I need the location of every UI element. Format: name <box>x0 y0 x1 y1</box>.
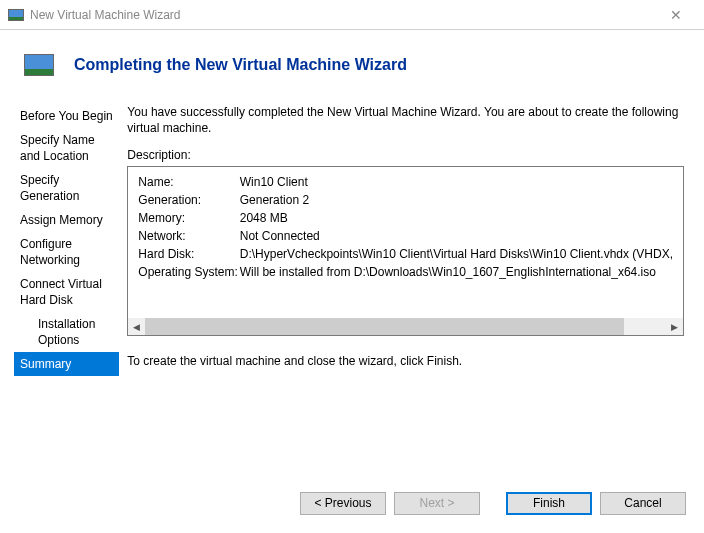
sidebar-item-summary[interactable]: Summary <box>14 352 119 376</box>
sidebar-item-specify-name[interactable]: Specify Name and Location <box>14 128 119 168</box>
summary-memory-label: Memory: <box>138 211 237 227</box>
summary-network-label: Network: <box>138 229 237 245</box>
title-bar: New Virtual Machine Wizard ✕ <box>0 0 704 30</box>
summary-os-label: Operating System: <box>138 265 237 281</box>
wizard-icon <box>24 54 54 76</box>
sidebar-item-assign-memory[interactable]: Assign Memory <box>14 208 119 232</box>
sidebar-item-connect-vhd[interactable]: Connect Virtual Hard Disk <box>14 272 119 312</box>
summary-harddisk-value: D:\HyperVcheckpoints\Win10 Client\Virtua… <box>240 247 673 263</box>
summary-name-label: Name: <box>138 175 237 191</box>
button-bar: < Previous Next > Finish Cancel <box>0 473 704 533</box>
wizard-header: Completing the New Virtual Machine Wizar… <box>0 30 704 100</box>
summary-row-network: Network: Not Connected <box>138 229 673 245</box>
summary-row-memory: Memory: 2048 MB <box>138 211 673 227</box>
wizard-main: You have successfully completed the New … <box>119 100 704 460</box>
summary-harddisk-label: Hard Disk: <box>138 247 237 263</box>
summary-os-value: Will be installed from D:\Downloads\Win1… <box>240 265 673 281</box>
finish-instruction: To create the virtual machine and close … <box>127 354 684 368</box>
next-button: Next > <box>394 492 480 515</box>
horizontal-scrollbar[interactable]: ◀ ▶ <box>128 318 683 335</box>
summary-row-os: Operating System: Will be installed from… <box>138 265 673 281</box>
sidebar-item-before-you-begin[interactable]: Before You Begin <box>14 104 119 128</box>
cancel-button[interactable]: Cancel <box>600 492 686 515</box>
sidebar-item-installation-options[interactable]: Installation Options <box>14 312 119 352</box>
summary-row-harddisk: Hard Disk: D:\HyperVcheckpoints\Win10 Cl… <box>138 247 673 263</box>
wizard-sidebar: Before You Begin Specify Name and Locati… <box>0 100 119 460</box>
scroll-left-icon[interactable]: ◀ <box>128 318 145 335</box>
app-icon <box>8 9 24 21</box>
summary-memory-value: 2048 MB <box>240 211 673 227</box>
sidebar-item-specify-generation[interactable]: Specify Generation <box>14 168 119 208</box>
summary-row-name: Name: Win10 Client <box>138 175 673 191</box>
summary-generation-value: Generation 2 <box>240 193 673 209</box>
intro-text: You have successfully completed the New … <box>127 104 684 136</box>
summary-generation-label: Generation: <box>138 193 237 209</box>
scroll-right-icon[interactable]: ▶ <box>666 318 683 335</box>
finish-button[interactable]: Finish <box>506 492 592 515</box>
scroll-thumb[interactable] <box>145 318 624 335</box>
description-label: Description: <box>127 148 684 162</box>
description-box: Name: Win10 Client Generation: Generatio… <box>127 166 684 336</box>
summary-name-value: Win10 Client <box>240 175 673 191</box>
summary-row-generation: Generation: Generation 2 <box>138 193 673 209</box>
previous-button[interactable]: < Previous <box>300 492 386 515</box>
page-title: Completing the New Virtual Machine Wizar… <box>74 56 407 74</box>
close-icon[interactable]: ✕ <box>656 1 696 29</box>
window-title: New Virtual Machine Wizard <box>30 8 656 22</box>
summary-network-value: Not Connected <box>240 229 673 245</box>
scroll-track[interactable] <box>145 318 666 335</box>
sidebar-item-configure-networking[interactable]: Configure Networking <box>14 232 119 272</box>
